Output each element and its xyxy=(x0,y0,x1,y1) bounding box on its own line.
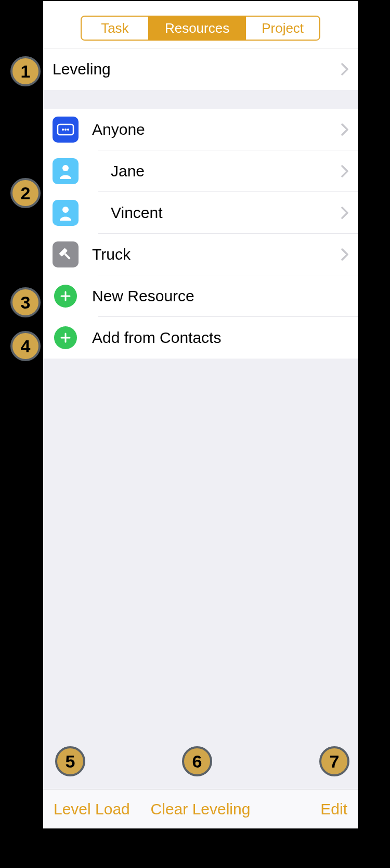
add-from-contacts-label: Add from Contacts xyxy=(92,329,348,347)
plus-icon xyxy=(54,285,77,308)
new-resource-row[interactable]: New Resource xyxy=(43,275,358,317)
group-icon xyxy=(53,117,79,143)
resource-label: Truck xyxy=(92,246,341,263)
tab-resources[interactable]: Resources xyxy=(149,17,246,40)
callout-1: 1 xyxy=(10,56,41,86)
svg-point-5 xyxy=(62,207,69,213)
chevron-right-icon xyxy=(341,248,348,261)
chevron-right-icon xyxy=(341,207,348,219)
svg-point-1 xyxy=(62,129,64,131)
svg-rect-7 xyxy=(64,253,71,260)
person-icon xyxy=(53,200,79,226)
resource-label: Anyone xyxy=(92,121,341,138)
edit-button[interactable]: Edit xyxy=(320,800,347,818)
resource-group-anyone[interactable]: Anyone xyxy=(43,109,358,150)
segmented-control: Task Resources Project xyxy=(81,16,320,41)
callout-4: 4 xyxy=(10,331,41,361)
segmented-header: Task Resources Project xyxy=(43,1,358,48)
resource-list: Anyone Jane xyxy=(43,109,358,359)
section-gap xyxy=(43,90,358,109)
leveling-label: Leveling xyxy=(53,60,341,78)
callout-2: 2 xyxy=(10,178,41,208)
resource-person-vincent[interactable]: Vincent xyxy=(43,192,358,234)
leveling-section: Leveling xyxy=(43,48,358,90)
callout-5: 5 xyxy=(55,746,85,776)
tab-task[interactable]: Task xyxy=(82,17,149,40)
resource-label: Vincent xyxy=(92,204,341,222)
svg-point-4 xyxy=(62,165,69,171)
hammer-icon xyxy=(53,241,79,267)
svg-point-2 xyxy=(64,129,67,131)
new-resource-label: New Resource xyxy=(92,287,348,305)
chevron-right-icon xyxy=(341,165,348,177)
callout-3: 3 xyxy=(10,287,41,317)
person-icon xyxy=(53,158,79,184)
clear-leveling-button[interactable]: Clear Leveling xyxy=(151,800,251,818)
app-screen: Task Resources Project Leveling Anyone xyxy=(43,1,358,828)
svg-point-3 xyxy=(67,129,69,131)
chevron-right-icon xyxy=(341,123,348,136)
tab-project[interactable]: Project xyxy=(246,17,319,40)
leveling-row[interactable]: Leveling xyxy=(43,48,358,90)
chevron-right-icon xyxy=(341,63,348,75)
plus-icon xyxy=(54,326,77,349)
level-load-button[interactable]: Level Load xyxy=(54,800,130,818)
callout-6: 6 xyxy=(182,746,212,776)
add-from-contacts-row[interactable]: Add from Contacts xyxy=(43,317,358,359)
resource-person-jane[interactable]: Jane xyxy=(43,150,358,192)
resource-equipment-truck[interactable]: Truck xyxy=(43,234,358,275)
resource-label: Jane xyxy=(92,162,341,180)
callout-7: 7 xyxy=(319,746,349,776)
bottom-toolbar: Level Load Clear Leveling Edit xyxy=(43,789,358,828)
